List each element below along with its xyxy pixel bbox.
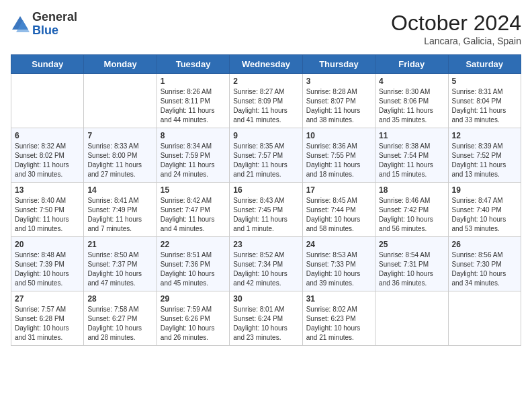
calendar-body: 1Sunrise: 8:26 AM Sunset: 8:11 PM Daylig… <box>11 74 521 346</box>
day-number: 20 <box>15 240 80 249</box>
calendar-week-row: 27Sunrise: 7:57 AM Sunset: 6:28 PM Dayli… <box>11 291 521 346</box>
day-number: 15 <box>161 185 226 195</box>
calendar-cell: 22Sunrise: 8:51 AM Sunset: 7:36 PM Dayli… <box>157 237 229 291</box>
calendar-cell: 9Sunrise: 8:35 AM Sunset: 7:57 PM Daylig… <box>230 128 302 183</box>
calendar-cell: 25Sunrise: 8:54 AM Sunset: 7:31 PM Dayli… <box>375 237 448 291</box>
calendar-header: SundayMondayTuesdayWednesdayThursdayFrid… <box>11 55 521 74</box>
day-number: 5 <box>452 77 517 86</box>
day-number: 18 <box>379 185 444 195</box>
calendar-cell: 12Sunrise: 8:39 AM Sunset: 7:52 PM Dayli… <box>448 128 521 183</box>
calendar-cell: 1Sunrise: 8:26 AM Sunset: 8:11 PM Daylig… <box>157 74 229 128</box>
calendar-cell: 13Sunrise: 8:40 AM Sunset: 7:50 PM Dayli… <box>11 183 84 237</box>
calendar-cell: 20Sunrise: 8:48 AM Sunset: 7:39 PM Dayli… <box>11 237 84 291</box>
calendar-cell: 24Sunrise: 8:53 AM Sunset: 7:33 PM Dayli… <box>302 237 375 291</box>
logo: General Blue <box>11 11 77 38</box>
cell-content: Sunrise: 8:52 AM Sunset: 7:34 PM Dayligh… <box>233 250 298 288</box>
location-label: Lancara, Galicia, Spain <box>391 36 521 46</box>
cell-content: Sunrise: 8:33 AM Sunset: 8:00 PM Dayligh… <box>87 142 152 179</box>
day-number: 19 <box>452 185 517 195</box>
day-header-friday: Friday <box>375 55 448 74</box>
day-number: 16 <box>233 185 298 195</box>
cell-content: Sunrise: 8:35 AM Sunset: 7:57 PM Dayligh… <box>233 142 298 179</box>
calendar-week-row: 6Sunrise: 8:32 AM Sunset: 8:02 PM Daylig… <box>11 128 521 183</box>
day-number: 30 <box>233 294 298 304</box>
cell-content: Sunrise: 8:26 AM Sunset: 8:11 PM Dayligh… <box>161 87 226 125</box>
calendar-cell <box>375 291 448 346</box>
title-area: October 2024 Lancara, Galicia, Spain <box>391 11 521 46</box>
calendar-table: SundayMondayTuesdayWednesdayThursdayFrid… <box>11 54 521 346</box>
cell-content: Sunrise: 8:51 AM Sunset: 7:36 PM Dayligh… <box>161 250 226 288</box>
calendar-cell: 11Sunrise: 8:38 AM Sunset: 7:54 PM Dayli… <box>375 128 448 183</box>
day-number: 24 <box>306 240 371 249</box>
day-number: 22 <box>161 240 226 249</box>
cell-content: Sunrise: 8:36 AM Sunset: 7:55 PM Dayligh… <box>306 142 371 179</box>
day-number: 6 <box>15 131 80 140</box>
logo-text: General Blue <box>32 11 77 38</box>
calendar-cell: 15Sunrise: 8:42 AM Sunset: 7:47 PM Dayli… <box>157 183 229 237</box>
day-number: 26 <box>452 240 517 249</box>
cell-content: Sunrise: 8:32 AM Sunset: 8:02 PM Dayligh… <box>15 142 80 179</box>
day-header-thursday: Thursday <box>302 55 375 74</box>
cell-content: Sunrise: 8:02 AM Sunset: 6:23 PM Dayligh… <box>306 305 371 342</box>
calendar-week-row: 1Sunrise: 8:26 AM Sunset: 8:11 PM Daylig… <box>11 74 521 128</box>
day-number: 9 <box>233 131 298 140</box>
cell-content: Sunrise: 8:54 AM Sunset: 7:31 PM Dayligh… <box>379 250 444 288</box>
day-number: 29 <box>161 294 226 304</box>
day-header-wednesday: Wednesday <box>230 55 302 74</box>
cell-content: Sunrise: 8:45 AM Sunset: 7:44 PM Dayligh… <box>306 196 371 234</box>
calendar-cell: 19Sunrise: 8:47 AM Sunset: 7:40 PM Dayli… <box>448 183 521 237</box>
day-number: 13 <box>15 185 80 195</box>
calendar-cell: 3Sunrise: 8:28 AM Sunset: 8:07 PM Daylig… <box>302 74 375 128</box>
day-number: 17 <box>306 185 371 195</box>
cell-content: Sunrise: 8:38 AM Sunset: 7:54 PM Dayligh… <box>379 142 444 179</box>
logo-icon <box>11 15 30 34</box>
cell-content: Sunrise: 8:46 AM Sunset: 7:42 PM Dayligh… <box>379 196 444 234</box>
calendar-cell: 28Sunrise: 7:58 AM Sunset: 6:27 PM Dayli… <box>84 291 157 346</box>
calendar-cell: 16Sunrise: 8:43 AM Sunset: 7:45 PM Dayli… <box>230 183 302 237</box>
calendar-cell: 23Sunrise: 8:52 AM Sunset: 7:34 PM Dayli… <box>230 237 302 291</box>
days-of-week-row: SundayMondayTuesdayWednesdayThursdayFrid… <box>11 55 521 74</box>
day-number: 8 <box>161 131 226 140</box>
day-number: 31 <box>306 294 371 304</box>
calendar-cell: 27Sunrise: 7:57 AM Sunset: 6:28 PM Dayli… <box>11 291 84 346</box>
calendar-cell: 21Sunrise: 8:50 AM Sunset: 7:37 PM Dayli… <box>84 237 157 291</box>
cell-content: Sunrise: 8:27 AM Sunset: 8:09 PM Dayligh… <box>233 87 298 125</box>
calendar-cell: 2Sunrise: 8:27 AM Sunset: 8:09 PM Daylig… <box>230 74 302 128</box>
cell-content: Sunrise: 8:41 AM Sunset: 7:49 PM Dayligh… <box>87 196 152 234</box>
cell-content: Sunrise: 8:39 AM Sunset: 7:52 PM Dayligh… <box>452 142 517 179</box>
calendar-cell <box>11 74 84 128</box>
cell-content: Sunrise: 8:31 AM Sunset: 8:04 PM Dayligh… <box>452 87 517 125</box>
cell-content: Sunrise: 8:28 AM Sunset: 8:07 PM Dayligh… <box>306 87 371 125</box>
calendar-cell: 8Sunrise: 8:34 AM Sunset: 7:59 PM Daylig… <box>157 128 229 183</box>
calendar-cell: 6Sunrise: 8:32 AM Sunset: 8:02 PM Daylig… <box>11 128 84 183</box>
cell-content: Sunrise: 7:59 AM Sunset: 6:26 PM Dayligh… <box>161 305 226 342</box>
cell-content: Sunrise: 8:53 AM Sunset: 7:33 PM Dayligh… <box>306 250 371 288</box>
calendar-week-row: 20Sunrise: 8:48 AM Sunset: 7:39 PM Dayli… <box>11 237 521 291</box>
calendar-week-row: 13Sunrise: 8:40 AM Sunset: 7:50 PM Dayli… <box>11 183 521 237</box>
day-number: 25 <box>379 240 444 249</box>
day-header-sunday: Sunday <box>11 55 84 74</box>
day-number: 23 <box>233 240 298 249</box>
calendar-cell: 7Sunrise: 8:33 AM Sunset: 8:00 PM Daylig… <box>84 128 157 183</box>
calendar-cell: 17Sunrise: 8:45 AM Sunset: 7:44 PM Dayli… <box>302 183 375 237</box>
cell-content: Sunrise: 8:34 AM Sunset: 7:59 PM Dayligh… <box>161 142 226 179</box>
cell-content: Sunrise: 8:43 AM Sunset: 7:45 PM Dayligh… <box>233 196 298 234</box>
cell-content: Sunrise: 7:58 AM Sunset: 6:27 PM Dayligh… <box>87 305 152 342</box>
calendar-cell <box>448 291 521 346</box>
cell-content: Sunrise: 8:56 AM Sunset: 7:30 PM Dayligh… <box>452 250 517 288</box>
day-number: 27 <box>15 294 80 304</box>
page-header: General Blue October 2024 Lancara, Galic… <box>11 11 521 46</box>
calendar-cell: 4Sunrise: 8:30 AM Sunset: 8:06 PM Daylig… <box>375 74 448 128</box>
calendar-cell <box>84 74 157 128</box>
day-number: 3 <box>306 77 371 86</box>
day-number: 1 <box>161 77 226 86</box>
calendar-cell: 26Sunrise: 8:56 AM Sunset: 7:30 PM Dayli… <box>448 237 521 291</box>
calendar-cell: 29Sunrise: 7:59 AM Sunset: 6:26 PM Dayli… <box>157 291 229 346</box>
calendar-cell: 18Sunrise: 8:46 AM Sunset: 7:42 PM Dayli… <box>375 183 448 237</box>
day-number: 4 <box>379 77 444 86</box>
day-header-tuesday: Tuesday <box>157 55 229 74</box>
cell-content: Sunrise: 8:01 AM Sunset: 6:24 PM Dayligh… <box>233 305 298 342</box>
day-number: 7 <box>87 131 152 140</box>
calendar-cell: 5Sunrise: 8:31 AM Sunset: 8:04 PM Daylig… <box>448 74 521 128</box>
cell-content: Sunrise: 8:30 AM Sunset: 8:06 PM Dayligh… <box>379 87 444 125</box>
